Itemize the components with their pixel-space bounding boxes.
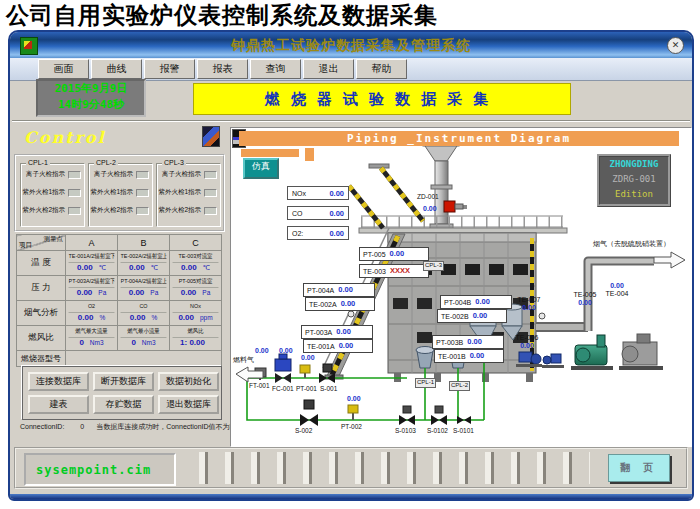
db-button-panel: 连接数据库 断开数据库 数据初始化 建表 存贮数据 退出数据库 xyxy=(22,366,222,420)
flame-indicator-lamp xyxy=(68,171,81,179)
tag-pt-003b: PT-003B0.00 xyxy=(432,335,504,349)
top-platform xyxy=(359,216,567,233)
cpl-group-2-legend: CPL-2 xyxy=(94,159,118,166)
exit-db-button[interactable]: 退出数据库 xyxy=(158,395,219,414)
flame-indicator-lamp xyxy=(68,189,81,197)
connection-status: ConnectionID: 0 当数据库连接成功时，ConnectionID值不… xyxy=(20,422,250,432)
cell-unit: ppm xyxy=(200,314,213,321)
tag-label: TE-001A xyxy=(307,343,335,350)
cell-unit: Nm3 xyxy=(142,339,156,346)
flame-indicator-label: 紫外火检2指示 xyxy=(90,206,133,215)
cell-unit: % xyxy=(151,314,157,321)
data-init-button[interactable]: 数据初始化 xyxy=(158,372,219,391)
flame-indicator-label: 离子火检指示 xyxy=(162,170,201,179)
cell-unit: Pa xyxy=(150,289,158,296)
tag-label: TE-001B xyxy=(438,353,466,360)
tag-value: 0.00 xyxy=(473,312,488,320)
table-cell: PT-005对流室0.00Pa xyxy=(170,276,222,301)
current-file-name: sysempoint.cim xyxy=(36,463,151,477)
tag-label: TE-002B xyxy=(441,313,469,320)
fuel-gas-inlet-label: 燃料气 xyxy=(233,355,254,365)
menu-tab-view[interactable]: 画面 xyxy=(38,59,89,79)
cell-name: NOx xyxy=(173,301,219,313)
tag-label: PT-004A xyxy=(307,287,334,294)
tag-label: TE-007 xyxy=(511,296,547,304)
cpl-group-1-legend: CPL-1 xyxy=(26,159,50,166)
tag-value: 0.00 xyxy=(390,250,405,258)
gas-label: CO xyxy=(292,210,303,217)
brand-model: ZDRG-001 xyxy=(600,172,668,187)
device-label-fc-001: FC-001 xyxy=(272,386,294,393)
col-header-a: A xyxy=(66,235,118,251)
menu-tab-query[interactable]: 查询 xyxy=(250,59,301,79)
gas-value: 0.00 xyxy=(329,189,344,198)
cpl-group-1: CPL-1 离子火检指示 紫外火检1指示 紫外火检2指示 xyxy=(20,163,85,227)
measurement-table: 测量点 项目 A B C 温 度 TE-001A/2辐射室下0.00℃ TE-0… xyxy=(16,234,222,367)
cell-value: 0.00 xyxy=(181,263,197,272)
row-label-ratio: 燃风比 xyxy=(17,326,66,351)
create-table-button[interactable]: 建表 xyxy=(28,395,89,414)
cpl-panel: CPL-1 离子火检指示 紫外火检1指示 紫外火检2指示 CPL-2 离子火检指… xyxy=(14,154,225,232)
tag-pt-005: PT-0050.00 xyxy=(359,247,429,261)
device-label-s-0102: S-0102 xyxy=(427,428,448,435)
store-data-button[interactable]: 存贮数据 xyxy=(93,395,154,414)
flame-indicator-label: 紫外火检2指示 xyxy=(22,206,65,215)
flame-indicator-label: 紫外火检2指示 xyxy=(158,206,201,215)
tag-label: TE-003 xyxy=(363,268,386,275)
table-row: 压 力 PT-003A/2辐射室下0.00Pa PT-004A/2辐射室上0.0… xyxy=(17,276,222,301)
tag-value: 0.00 xyxy=(511,304,547,312)
table-cell: 燃气最大流量0Nm3 xyxy=(66,326,118,351)
table-row: 燃烧器型号 xyxy=(17,351,222,367)
menu-tab-report[interactable]: 报表 xyxy=(197,59,248,79)
control-icon xyxy=(202,126,220,147)
menu-tab-curve[interactable]: 曲线 xyxy=(91,59,142,79)
corner-bottom-label: 项目 xyxy=(19,241,32,250)
window-titlebar[interactable]: 钟鼎热工试验炉数据采集及管理系统 ✕ xyxy=(10,32,692,58)
date-text: 2015年9月9日 xyxy=(38,81,144,97)
table-row: 烟气分析 O20.00% CO0.00% NOx0.00ppm xyxy=(17,301,222,326)
table-cell: 燃气最小流量0Nm3 xyxy=(118,326,170,351)
tag-label: PT-003A xyxy=(305,329,332,336)
cell-value: 1: 0.00 xyxy=(180,338,205,347)
time-text: 14时9分48秒 xyxy=(38,97,144,113)
cell-value: 0.00 xyxy=(178,313,194,322)
page-title: 公司自用实验炉仪表控制系统及数据采集 xyxy=(6,0,438,31)
tag-value: 0.00 xyxy=(341,300,356,308)
device-label-s-002: S-002 xyxy=(295,428,312,435)
close-icon: ✕ xyxy=(672,40,680,50)
tag-pt-003a: PT-003A0.00 xyxy=(301,325,373,339)
tag-zd-001-value: 0.00 xyxy=(423,205,437,212)
divider xyxy=(12,120,690,122)
page-turn-button[interactable]: 翻 页 xyxy=(608,454,670,482)
menu-tab-alarm[interactable]: 报警 xyxy=(144,59,195,79)
disconnect-db-button[interactable]: 断开数据库 xyxy=(93,372,154,391)
tag-value: 0.00 xyxy=(475,298,490,306)
cell-name: CO xyxy=(121,301,167,313)
tag-label: TE-004 xyxy=(599,290,635,298)
device-value: 0.00 xyxy=(279,347,293,354)
brand-edition: Edition xyxy=(600,187,668,202)
device-value: 0.00 xyxy=(255,347,269,354)
simulate-button[interactable]: 仿真 xyxy=(243,158,279,179)
tag-te-005: TE-0050.00 xyxy=(567,291,603,308)
table-cell: TE-001A/2辐射室下0.00℃ xyxy=(66,251,118,276)
window-title: 钟鼎热工试验炉数据采集及管理系统 xyxy=(10,37,692,55)
tag-label: PT-005 xyxy=(363,251,386,258)
menu-tab-help[interactable]: 帮助 xyxy=(356,59,407,79)
flame-indicator-lamp xyxy=(136,207,149,215)
orange-square xyxy=(305,148,314,161)
control-title: Control xyxy=(24,128,106,147)
connect-db-button[interactable]: 连接数据库 xyxy=(28,372,89,391)
gas-value: 0.00 xyxy=(329,209,344,218)
tag-value: XXXX xyxy=(390,267,410,275)
cpl-group-3: CPL-3 离子火检指示 紫外火检1指示 紫外火检2指示 xyxy=(156,163,221,227)
cell-value: 0.00 xyxy=(130,313,146,322)
cell-unit: ℃ xyxy=(151,264,158,272)
gas-label: O2: xyxy=(292,230,303,237)
tag-value: 0.00 xyxy=(567,299,603,307)
control-header: Control xyxy=(16,126,224,152)
orange-bar xyxy=(241,149,299,157)
close-button[interactable]: ✕ xyxy=(667,37,684,54)
menu-tab-exit[interactable]: 退出 xyxy=(303,59,354,79)
connection-id-value: 0 xyxy=(80,423,84,430)
